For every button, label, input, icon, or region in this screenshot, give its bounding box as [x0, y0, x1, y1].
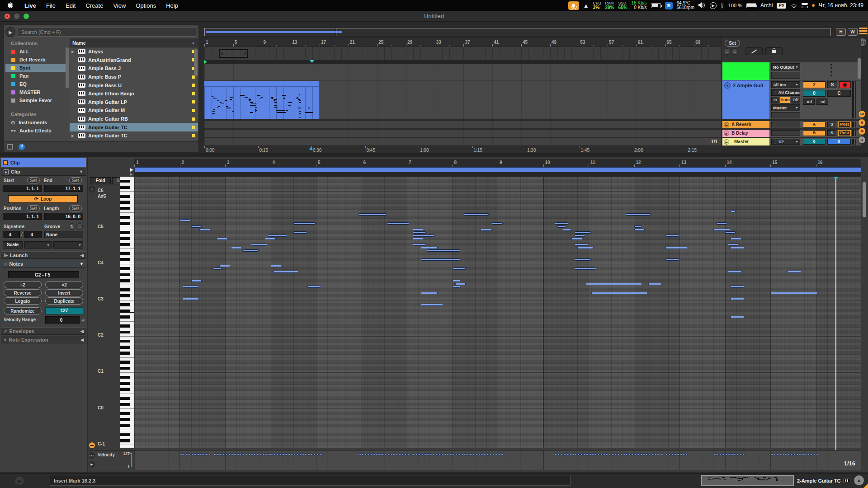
white-key[interactable]: [120, 400, 134, 403]
midi-note[interactable]: [387, 222, 409, 225]
invert-button[interactable]: Invert: [45, 289, 83, 296]
prev-marker-button[interactable]: ←: [724, 48, 730, 55]
velocity-marker[interactable]: [319, 453, 321, 455]
minimize-button[interactable]: [14, 14, 19, 19]
midi-note[interactable]: [183, 286, 199, 288]
midi-note[interactable]: [453, 267, 466, 270]
velocity-marker[interactable]: [813, 453, 816, 455]
white-key[interactable]: [120, 213, 134, 216]
midi-note-grid[interactable]: [134, 177, 861, 448]
black-key[interactable]: [120, 412, 134, 415]
start-set-button[interactable]: Set: [27, 177, 40, 183]
white-key[interactable]: [120, 319, 134, 322]
midi-note[interactable]: [464, 213, 489, 216]
velocity-marker[interactable]: [231, 453, 233, 455]
midi-note[interactable]: [571, 238, 582, 240]
black-key[interactable]: [120, 388, 134, 391]
return-a-title[interactable]: ▶ A Reverb: [722, 121, 769, 128]
set-button[interactable]: Set: [725, 40, 740, 47]
clip-section-bar[interactable]: ▶ Clip ▼: [1, 168, 86, 176]
white-key[interactable]: [120, 276, 134, 279]
track2-pan[interactable]: 0: [803, 90, 826, 97]
velocity-marker[interactable]: [623, 453, 625, 455]
return-a-lane[interactable]: [204, 121, 721, 128]
status-message-field[interactable]: Insert Mark 16.2.3: [50, 476, 571, 486]
velocity-marker[interactable]: [458, 453, 461, 455]
midi-scrollbar[interactable]: [863, 182, 866, 217]
midi-note[interactable]: [421, 247, 437, 249]
battery-icon[interactable]: [746, 3, 756, 8]
return-b-solo[interactable]: S: [827, 130, 836, 136]
velocity-marker[interactable]: [600, 453, 603, 455]
velocity-marker[interactable]: [646, 453, 648, 455]
velocity-marker[interactable]: [660, 453, 662, 455]
velocity-marker[interactable]: [572, 453, 574, 455]
white-key[interactable]: [120, 379, 134, 382]
width-zoom-button[interactable]: W: [848, 28, 858, 36]
bluetooth-icon[interactable]: ᛒ: [721, 2, 724, 9]
velocity-marker[interactable]: [288, 453, 290, 455]
return-b-io[interactable]: [771, 130, 800, 136]
white-key[interactable]: [120, 421, 134, 424]
white-key[interactable]: [120, 291, 134, 295]
play-start-marker[interactable]: [204, 60, 207, 64]
white-key[interactable]: [120, 391, 134, 394]
velocity-marker[interactable]: [671, 453, 674, 455]
white-key[interactable]: [120, 333, 134, 337]
duplicate-button[interactable]: Duplicate: [45, 297, 83, 305]
black-key[interactable]: [120, 243, 134, 246]
velocity-marker[interactable]: [257, 453, 259, 455]
track2-number-button[interactable]: 2: [803, 81, 826, 88]
white-key[interactable]: [120, 406, 134, 409]
midi-note[interactable]: [731, 316, 744, 318]
menu-file[interactable]: File: [41, 2, 61, 9]
velocity-marker[interactable]: [444, 453, 446, 455]
midi-note[interactable]: [591, 292, 647, 294]
white-key[interactable]: [120, 355, 134, 358]
midi-note[interactable]: [453, 280, 460, 282]
collection-item-all[interactable]: ALL: [5, 47, 69, 56]
list-scrollbar[interactable]: [194, 49, 198, 76]
velocity-marker[interactable]: [439, 453, 441, 455]
arrangement-overview[interactable]: [204, 28, 831, 36]
velocity-marker[interactable]: [265, 453, 267, 455]
midi-note[interactable]: [731, 210, 736, 212]
black-key[interactable]: [120, 294, 134, 297]
black-key[interactable]: [120, 310, 134, 313]
returns-section-toggle[interactable]: R: [858, 119, 866, 127]
start-value-field[interactable]: 1. 1. 1: [3, 185, 42, 192]
expand-arrow-icon[interactable]: ▶: [71, 50, 75, 54]
velocity-marker[interactable]: [802, 453, 804, 455]
white-key[interactable]: [120, 358, 134, 361]
velocity-marker[interactable]: [810, 453, 812, 455]
velocity-marker[interactable]: [248, 453, 250, 455]
loop-button[interactable]: ⟳Loop: [8, 195, 78, 203]
black-key[interactable]: [120, 195, 134, 198]
velocity-marker[interactable]: [634, 453, 637, 455]
velocity-marker[interactable]: [640, 453, 642, 455]
velocity-marker[interactable]: [580, 453, 583, 455]
velocity-marker[interactable]: [788, 453, 790, 455]
input-language[interactable]: РУ: [777, 3, 786, 9]
velocity-marker[interactable]: [612, 453, 614, 455]
white-key[interactable]: [120, 219, 134, 222]
black-key[interactable]: [120, 439, 134, 442]
black-key[interactable]: [120, 231, 134, 234]
randomize-button[interactable]: Randomize: [4, 307, 42, 314]
velocity-marker[interactable]: [478, 453, 481, 455]
track2-input-select[interactable]: All Ins▼: [771, 81, 800, 88]
temp-fan-stat[interactable]: 64.9°C 5618rpm: [677, 1, 694, 10]
midi-note[interactable]: [180, 219, 191, 221]
piano-keyboard[interactable]: [120, 177, 134, 448]
velocity-marker[interactable]: [291, 453, 293, 455]
velocity-marker[interactable]: [180, 453, 182, 455]
midi-clip[interactable]: [204, 81, 320, 119]
reverse-button[interactable]: Reverse: [4, 289, 42, 296]
velocity-range-collapse-icon[interactable]: ◀: [81, 318, 84, 322]
velocity-marker[interactable]: [368, 453, 370, 455]
velocity-marker[interactable]: [557, 453, 560, 455]
velocity-marker[interactable]: [734, 453, 736, 455]
velocity-marker[interactable]: [586, 453, 588, 455]
velocity-marker[interactable]: [566, 453, 568, 455]
collection-tag-dot[interactable]: [192, 117, 195, 121]
